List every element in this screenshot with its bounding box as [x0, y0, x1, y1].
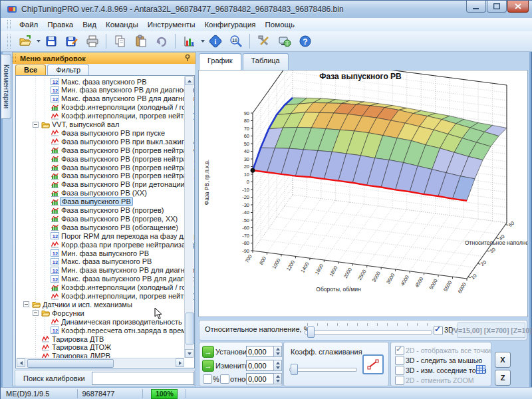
- menu-item-6[interactable]: Помощь: [261, 19, 299, 30]
- menubar-grip[interactable]: [7, 20, 11, 29]
- info-icon[interactable]: i: [205, 32, 225, 51]
- tree-item-label[interactable]: Фаза выпускного РВ (прогрев нейтрал., хо…: [61, 155, 195, 163]
- scroll-right-button[interactable]: [176, 358, 184, 367]
- menu-item-4[interactable]: Инструменты: [143, 19, 200, 30]
- title-bar[interactable]: ChipTuningPRO ver.7.4.8.969 - Antara32L_…: [1, 1, 532, 18]
- set-value-input[interactable]: [246, 346, 273, 357]
- tree-item-label[interactable]: VVT, выпускной вал: [52, 120, 119, 128]
- zoom-number-icon[interactable]: 10: [226, 32, 245, 51]
- tree-vertical-scrollbar[interactable]: [184, 76, 194, 358]
- tree-item-label[interactable]: Фаза выпускного РВ при пуске: [61, 129, 165, 137]
- collapse-expander-icon[interactable]: [33, 122, 39, 128]
- tree-item-label[interactable]: Макс. фаза впускного РВ: [61, 78, 147, 86]
- menu-item-5[interactable]: Конфигурация: [200, 19, 260, 30]
- apply-set-button[interactable]: →: [202, 346, 214, 358]
- edit-curve-button[interactable]: [362, 354, 384, 374]
- tree-item-label[interactable]: Макс. фаза выпускного РВ: [61, 257, 152, 265]
- tools-icon[interactable]: [254, 32, 273, 51]
- chart-icon[interactable]: [180, 32, 199, 51]
- tree-item-label[interactable]: Мин. фаза впускного РВ для диагностики: [61, 86, 195, 94]
- tree-item-label[interactable]: Фаза выпускного РВ (ХХ): [61, 189, 147, 197]
- tree-item-label[interactable]: Мин. фаза выпускного РВ: [61, 249, 149, 257]
- tree-item-label[interactable]: Фаза выпускного РВ (прогрев нейтрализато…: [61, 146, 195, 154]
- menu-item-1[interactable]: Правка: [43, 19, 78, 30]
- tree-item-label[interactable]: Фаза выпускного РВ при выкл.зажигания: [61, 138, 195, 146]
- fill-slider-thumb[interactable]: [307, 327, 315, 338]
- relative-spinner-arrows[interactable]: [273, 373, 282, 384]
- tree-item-label[interactable]: Форсунки: [52, 309, 84, 317]
- tab-all[interactable]: Все: [15, 65, 46, 75]
- set-spinner-arrows[interactable]: [273, 346, 282, 357]
- tree-item[interactable]: 12Макс. фаза выпускного РВ для диагности…: [51, 275, 195, 283]
- tree-item[interactable]: Датчики и исп. механизмы: [32, 300, 132, 309]
- tree-item[interactable]: 12Мин. фаза выпускного РВ: [51, 249, 149, 257]
- tree-item-label[interactable]: Динамическая производительность: [61, 318, 182, 326]
- tree-item[interactable]: 12Коэфф.пересчета отн.заряда в время впр…: [51, 326, 195, 334]
- tree-item-label[interactable]: Порог RPM для перехода на фазу для режим…: [61, 232, 195, 240]
- help-icon[interactable]: ?: [295, 32, 315, 51]
- collapse-expander-icon[interactable]: [23, 301, 29, 307]
- tree-item-label[interactable]: Коэфф.интерполяции, прогрев нейтр. (холо…: [61, 112, 195, 120]
- tree-item[interactable]: Коэфф.интерполяции (холодный / горячий ): [51, 103, 195, 112]
- tree-item-label[interactable]: Макс. фаза выпускного РВ для диагностики: [61, 275, 195, 283]
- tree-item[interactable]: Фаза выпускного РВ (прогрев нейтрал., ХХ…: [51, 163, 195, 172]
- tree-item-label[interactable]: Фаза выпускного РВ (при детонации): [61, 180, 187, 188]
- x-axis-button[interactable]: X: [495, 352, 511, 368]
- comments-vertical-tab[interactable]: Комментарии: [1, 54, 11, 119]
- save-as-icon[interactable]: [62, 32, 81, 51]
- tree-item[interactable]: Коэфф.интерполяции, прогрев нейтр. (холо…: [51, 112, 195, 120]
- tree-item[interactable]: Форсунки: [41, 309, 84, 317]
- tree-item-label[interactable]: Коэфф.интерполяции (холодный / горячий ): [61, 103, 195, 111]
- tree-item-label[interactable]: Макс. фаза впускного РВ для диагностики: [61, 94, 195, 102]
- vertical-scroll-thumb[interactable]: [186, 313, 194, 344]
- tree-item-label[interactable]: Фаза выпускного РВ (прогрев нейтрал., ХХ…: [61, 164, 195, 172]
- menu-item-2[interactable]: Вид: [78, 19, 101, 30]
- tree-item[interactable]: VVT, выпускной вал: [41, 120, 119, 129]
- tree-item[interactable]: 12Макс. фаза впускного РВ: [51, 77, 147, 86]
- tree-item[interactable]: Фаза выпускного РВ (прогрев нейтрализато…: [51, 146, 195, 154]
- tree-item[interactable]: 12Макс. фаза выпускного РВ: [51, 257, 152, 266]
- fill-slider[interactable]: [305, 331, 432, 334]
- tree-item-label[interactable]: Коэфф.пересчета отн.заряда в время впрыс…: [61, 327, 195, 334]
- tree-item[interactable]: Коэфф.интерполяции (холодный / горячий ): [51, 283, 195, 292]
- print-icon[interactable]: [82, 32, 102, 51]
- surface-chart[interactable]: -90-80-70-60-50-40-30-20-100102030405060…: [198, 70, 528, 317]
- tree-item[interactable]: Коэфф.интерполяции, прогрев нейтр. (холо…: [51, 292, 195, 301]
- tree-item[interactable]: Фаза выпускного РВ при пуске: [51, 128, 165, 137]
- panel-grip[interactable]: [13, 55, 16, 63]
- open-file-icon[interactable]: [15, 32, 35, 51]
- tree-item[interactable]: Динамическая производительность: [51, 317, 182, 326]
- tree-item[interactable]: Фаза выпускного РВ (ХХ): [51, 189, 147, 198]
- tree-item[interactable]: Фаза выпускного РВ (прогрев нейтрал., хо…: [51, 154, 195, 163]
- relative-checkbox[interactable]: [220, 374, 229, 384]
- tree-item-label[interactable]: Фаза выпускного РВ (прогрев): [61, 206, 164, 214]
- scroll-left-button[interactable]: [17, 358, 25, 367]
- undo-icon[interactable]: [152, 32, 171, 51]
- tree-item[interactable]: Фаза выпускного РВ при выкл.зажигания: [51, 137, 195, 146]
- tree-item-label[interactable]: Датчики и исп. механизмы: [43, 301, 132, 309]
- tree-item[interactable]: Корр.фаза при прогреве нейтрализатора: [51, 240, 195, 249]
- tree-item[interactable]: Тарировка ДТВ: [41, 334, 104, 343]
- search-input[interactable]: [92, 372, 194, 385]
- tree-item[interactable]: Фаза выпускного РВ (прогрев нейтрал., ХХ…: [51, 172, 195, 180]
- save-icon[interactable]: [41, 32, 61, 51]
- horizontal-scroll-thumb[interactable]: [27, 359, 114, 368]
- z-axis-button[interactable]: Z: [495, 370, 511, 386]
- tree-item[interactable]: Фаза выпускного РВ (прогрев): [51, 206, 164, 215]
- tree-item-label-selected[interactable]: Фаза выпускного РВ: [60, 197, 133, 206]
- tree-item-label[interactable]: Корр.фаза при прогреве нейтрализатора: [61, 241, 195, 249]
- tree-horizontal-scrollbar[interactable]: [17, 358, 184, 367]
- tree-item-label[interactable]: Коэфф.интерполяции (холодный / горячий ): [61, 283, 195, 291]
- tree-item-label[interactable]: Фаза выпускного РВ (обогащение): [61, 223, 178, 231]
- tree-item-label[interactable]: Тарировка ДТОЖ: [52, 343, 111, 351]
- tab-graph[interactable]: График: [199, 53, 241, 70]
- collapse-expander-icon[interactable]: [33, 310, 39, 316]
- copy-icon[interactable]: [110, 32, 130, 51]
- scroll-up-button[interactable]: [185, 76, 194, 85]
- maximize-button[interactable]: [487, 1, 507, 13]
- option-checkbox[interactable]: [395, 356, 404, 365]
- tree-item[interactable]: Фаза выпускного РВ (обогащение): [51, 223, 178, 231]
- tree-item-label[interactable]: Коэфф.интерполяции, прогрев нейтр. (холо…: [61, 292, 195, 300]
- menu-item-0[interactable]: Файл: [15, 19, 43, 30]
- tree-item-label[interactable]: Фаза выпускного РВ (прогрев нейтрал., ХХ…: [61, 172, 195, 180]
